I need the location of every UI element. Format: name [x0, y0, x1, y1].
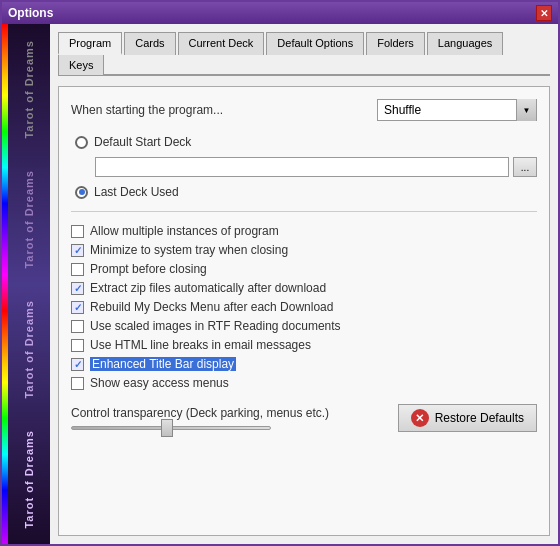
- radio-default-start[interactable]: [75, 136, 88, 149]
- checkbox-2[interactable]: [71, 263, 84, 276]
- checkbox-row-5: Use scaled images in RTF Reading documen…: [71, 319, 537, 333]
- dropdown-value: Shuffle: [378, 101, 516, 119]
- checkbox-label-2: Prompt before closing: [90, 262, 207, 276]
- restore-label: Restore Defaults: [435, 411, 524, 425]
- radio-section: Default Start Deck ... Last Deck Used: [71, 135, 537, 199]
- tab-folders[interactable]: Folders: [366, 32, 425, 55]
- content-area: Program Cards Current Deck Default Optio…: [50, 24, 558, 544]
- slider-thumb[interactable]: [161, 419, 173, 437]
- radio-last-deck[interactable]: [75, 186, 88, 199]
- checkbox-label-5: Use scaled images in RTF Reading documen…: [90, 319, 341, 333]
- close-button[interactable]: ✕: [536, 5, 552, 21]
- sidebar-text-2: Tarot of Dreams: [23, 170, 35, 269]
- checkbox-3[interactable]: [71, 282, 84, 295]
- transparency-label: Control transparency (Deck parking, menu…: [71, 406, 398, 420]
- startup-dropdown[interactable]: Shuffle ▼: [377, 99, 537, 121]
- sidebar: Tarot of Dreams Tarot of Dreams Tarot of…: [2, 24, 50, 544]
- checkbox-row-2: Prompt before closing: [71, 262, 537, 276]
- divider-1: [71, 211, 537, 212]
- checkbox-row-6: Use HTML line breaks in email messages: [71, 338, 537, 352]
- title-bar: Options ✕: [2, 2, 558, 24]
- checkbox-label-8: Show easy access menus: [90, 376, 229, 390]
- checkbox-label-1: Minimize to system tray when closing: [90, 243, 288, 257]
- bottom-section: Control transparency (Deck parking, menu…: [71, 404, 537, 432]
- tab-cards[interactable]: Cards: [124, 32, 175, 55]
- sidebar-text-3: Tarot of Dreams: [23, 300, 35, 399]
- radio-default-start-row: Default Start Deck: [75, 135, 537, 149]
- radio-last-deck-row: Last Deck Used: [75, 185, 537, 199]
- startup-row: When starting the program... Shuffle ▼: [71, 99, 537, 121]
- deck-path-input[interactable]: [95, 157, 509, 177]
- checkbox-4[interactable]: [71, 301, 84, 314]
- checkbox-0[interactable]: [71, 225, 84, 238]
- tab-languages[interactable]: Languages: [427, 32, 503, 55]
- checkbox-1[interactable]: [71, 244, 84, 257]
- sidebar-text-1: Tarot of Dreams: [23, 40, 35, 139]
- window-body: Tarot of Dreams Tarot of Dreams Tarot of…: [2, 24, 558, 544]
- radio-default-start-label: Default Start Deck: [94, 135, 191, 149]
- checkbox-label-4: Rebuild My Decks Menu after each Downloa…: [90, 300, 333, 314]
- checkbox-row-1: Minimize to system tray when closing: [71, 243, 537, 257]
- checkbox-row-4: Rebuild My Decks Menu after each Downloa…: [71, 300, 537, 314]
- checkbox-label-0: Allow multiple instances of program: [90, 224, 279, 238]
- checkbox-row-8: Show easy access menus: [71, 376, 537, 390]
- checkbox-6[interactable]: [71, 339, 84, 352]
- tab-default-options[interactable]: Default Options: [266, 32, 364, 55]
- window-title: Options: [8, 6, 53, 20]
- tab-keys[interactable]: Keys: [58, 54, 104, 75]
- restore-defaults-button[interactable]: ✕ Restore Defaults: [398, 404, 537, 432]
- checkbox-5[interactable]: [71, 320, 84, 333]
- checkbox-8[interactable]: [71, 377, 84, 390]
- sidebar-text-4: Tarot of Dreams: [23, 430, 35, 529]
- dropdown-arrow[interactable]: ▼: [516, 99, 536, 121]
- checkboxes-section: Allow multiple instances of program Mini…: [71, 224, 537, 390]
- checkbox-label-3: Extract zip files automatically after do…: [90, 281, 326, 295]
- sidebar-text-container: Tarot of Dreams Tarot of Dreams Tarot of…: [2, 24, 50, 544]
- options-window: Options ✕ Tarot of Dreams Tarot of Dream…: [0, 0, 560, 546]
- tabs-bar: Program Cards Current Deck Default Optio…: [58, 32, 550, 76]
- startup-label: When starting the program...: [71, 103, 223, 117]
- text-input-row: ...: [75, 157, 537, 177]
- restore-icon: ✕: [411, 409, 429, 427]
- rainbow-bar: [2, 24, 8, 544]
- checkbox-row-3: Extract zip files automatically after do…: [71, 281, 537, 295]
- browse-button[interactable]: ...: [513, 157, 537, 177]
- tab-program[interactable]: Program: [58, 32, 122, 55]
- checkbox-label-7: Enhanced Title Bar display: [90, 357, 236, 371]
- program-panel: When starting the program... Shuffle ▼ D…: [58, 86, 550, 536]
- slider-section: Control transparency (Deck parking, menu…: [71, 406, 398, 430]
- checkbox-row-0: Allow multiple instances of program: [71, 224, 537, 238]
- tab-current-deck[interactable]: Current Deck: [178, 32, 265, 55]
- radio-last-deck-label: Last Deck Used: [94, 185, 179, 199]
- checkbox-label-6: Use HTML line breaks in email messages: [90, 338, 311, 352]
- checkbox-7[interactable]: [71, 358, 84, 371]
- checkbox-row-7: Enhanced Title Bar display: [71, 357, 537, 371]
- slider-track[interactable]: [71, 426, 271, 430]
